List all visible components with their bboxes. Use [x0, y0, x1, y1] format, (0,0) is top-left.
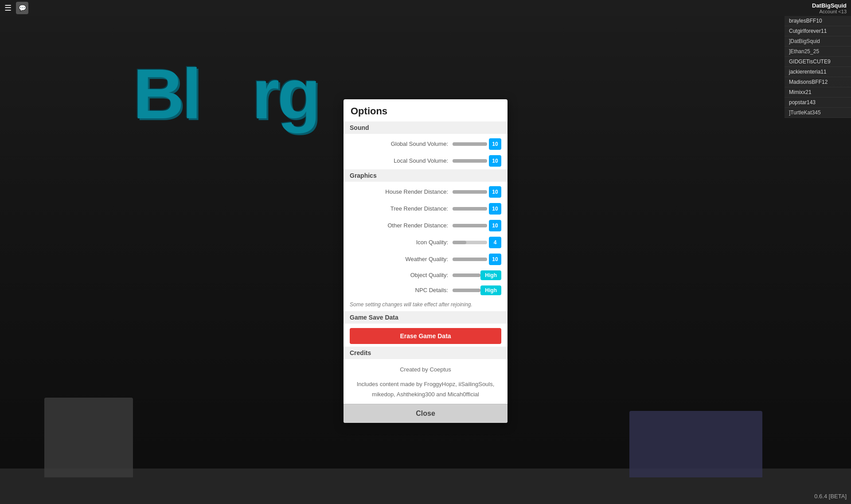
- icon-quality-value: 4: [489, 237, 501, 248]
- icon-quality-fill: [453, 241, 466, 244]
- object-quality-slider[interactable]: [453, 273, 480, 277]
- object-quality-control: High: [453, 270, 501, 280]
- credits-content: Created by CoeptusIncludes content made …: [344, 361, 507, 404]
- npc-details-label: NPC Details:: [350, 287, 453, 293]
- object-quality-row: Object Quality: High: [344, 268, 507, 283]
- weather-quality-label: Weather Quality:: [350, 256, 453, 262]
- icon-quality-label: Icon Quality:: [350, 239, 453, 246]
- credits-section-header: Credits: [344, 347, 507, 359]
- global-sound-label: Global Sound Volume:: [350, 141, 453, 147]
- modal-overlay: Options Sound Global Sound Volume: 10 Lo…: [0, 0, 851, 504]
- weather-quality-fill: [453, 258, 487, 261]
- object-quality-value: High: [480, 270, 501, 280]
- npc-details-control: High: [453, 285, 501, 295]
- local-sound-slider-track[interactable]: [453, 159, 487, 163]
- weather-quality-slider[interactable]: [453, 258, 487, 261]
- local-sound-row: Local Sound Volume: 10: [344, 152, 507, 169]
- game-save-section-header: Game Save Data: [344, 311, 507, 324]
- tree-render-value: 10: [489, 203, 501, 215]
- global-sound-control: 10: [453, 138, 501, 150]
- house-render-control: 10: [453, 186, 501, 198]
- local-sound-value: 10: [489, 155, 501, 167]
- house-render-label: House Render Distance:: [350, 188, 453, 195]
- global-sound-slider-track[interactable]: [453, 142, 487, 146]
- weather-quality-row: Weather Quality: 10: [344, 251, 507, 268]
- modal-footer: Close: [344, 404, 507, 423]
- weather-quality-control: 10: [453, 254, 501, 265]
- other-render-row: Other Render Distance: 10: [344, 217, 507, 234]
- local-sound-label: Local Sound Volume:: [350, 157, 453, 164]
- other-render-fill: [453, 224, 487, 227]
- tree-render-slider[interactable]: [453, 207, 487, 211]
- house-render-value: 10: [489, 186, 501, 198]
- modal-body: Sound Global Sound Volume: 10 Local Soun…: [344, 121, 507, 404]
- icon-quality-control: 4: [453, 237, 501, 248]
- tree-render-control: 10: [453, 203, 501, 215]
- object-quality-fill: [453, 273, 480, 277]
- close-button[interactable]: Close: [344, 404, 507, 423]
- icon-quality-slider[interactable]: [453, 241, 487, 244]
- other-render-control: 10: [453, 220, 501, 231]
- credits-line: Created by Coeptus: [350, 364, 501, 375]
- graphics-section-header: Graphics: [344, 169, 507, 182]
- credits-line: Includes content made by FroggyHopz, iiS…: [350, 379, 501, 400]
- object-quality-label: Object Quality:: [350, 272, 453, 278]
- global-sound-row: Global Sound Volume: 10: [344, 136, 507, 152]
- tree-render-label: Tree Render Distance:: [350, 205, 453, 212]
- other-render-value: 10: [489, 220, 501, 231]
- house-render-slider[interactable]: [453, 190, 487, 194]
- npc-details-slider[interactable]: [453, 289, 480, 292]
- local-sound-slider-fill: [453, 159, 487, 163]
- global-sound-value: 10: [489, 138, 501, 150]
- tree-render-fill: [453, 207, 487, 211]
- npc-details-value: High: [480, 285, 501, 295]
- npc-details-fill: [453, 289, 480, 292]
- house-render-row: House Render Distance: 10: [344, 184, 507, 200]
- weather-quality-value: 10: [489, 254, 501, 265]
- notice-text: Some setting changes will take effect af…: [344, 298, 507, 311]
- other-render-label: Other Render Distance:: [350, 222, 453, 229]
- global-sound-slider-fill: [453, 142, 487, 146]
- local-sound-control: 10: [453, 155, 501, 167]
- house-render-fill: [453, 190, 487, 194]
- other-render-slider[interactable]: [453, 224, 487, 227]
- modal-title: Options: [344, 99, 507, 121]
- icon-quality-row: Icon Quality: 4: [344, 234, 507, 251]
- tree-render-row: Tree Render Distance: 10: [344, 200, 507, 217]
- erase-game-data-button[interactable]: Erase Game Data: [350, 328, 501, 344]
- sound-section-header: Sound: [344, 121, 507, 134]
- options-modal: Options Sound Global Sound Volume: 10 Lo…: [344, 99, 507, 423]
- npc-details-row: NPC Details: High: [344, 283, 507, 298]
